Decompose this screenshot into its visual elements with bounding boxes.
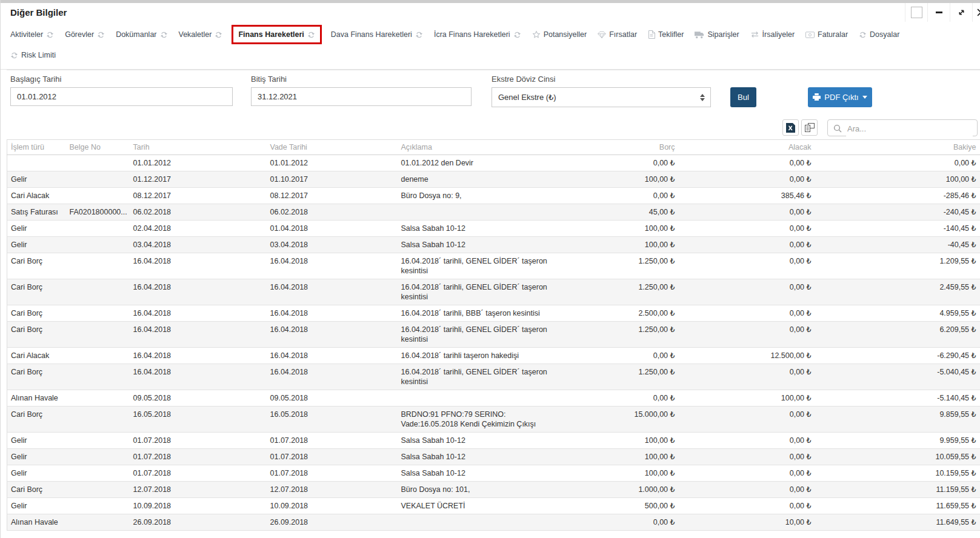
cell-doc	[66, 171, 130, 188]
filter-section: Başlagıç Tarihi Bitiş Tarihi Ekstre Dövi…	[7, 70, 980, 118]
tab-risk-limiti[interactable]: Risk Limiti	[10, 51, 56, 59]
table-row[interactable]: Cari Borç16.04.201816.04.201816.04.2018´…	[7, 322, 980, 348]
title-bar: Diğer Bilgiler	[1, 3, 980, 22]
table-row[interactable]: Gelir01.07.201801.07.2018Salsa Sabah 10-…	[7, 465, 980, 482]
tab-finans-hareketleri[interactable]: Finans Hareketleri	[232, 25, 321, 44]
cell-desc: 16.04.2018´ tarihli, GENEL GİDER´ taşero…	[398, 364, 604, 390]
cell-doc	[66, 449, 130, 465]
cell-credit: 0,00 ₺	[680, 221, 816, 237]
expand-icon	[957, 8, 966, 17]
bill-icon	[805, 32, 815, 38]
tab-dokümanlar[interactable]: Dokümanlar	[116, 30, 167, 39]
column-header-alacak: Alacak	[680, 140, 816, 155]
table-row[interactable]: Gelir01.07.201801.07.2018Salsa Sabah 10-…	[7, 449, 980, 465]
cell-date: 26.09.2018	[130, 514, 267, 531]
table-row[interactable]: Gelir03.04.201803.04.2018Salsa Sabah 10-…	[7, 237, 980, 253]
table-row[interactable]: Alınan Havale09.05.201809.05.20180,00 ₺1…	[7, 390, 980, 407]
cell-type: Cari Borç	[7, 407, 66, 433]
cell-type: Alınan Havale	[7, 390, 66, 407]
tab-potansiyeller[interactable]: Potansiyeller	[532, 30, 587, 39]
minimize-button[interactable]	[927, 3, 950, 22]
cell-desc: Salsa Sabah 10-12	[398, 449, 604, 465]
cell-debit: 1.000,00 ₺	[604, 482, 680, 498]
cell-doc: FA0201800000...	[66, 204, 130, 221]
cell-due: 16.04.2018	[267, 279, 398, 305]
search-input[interactable]	[846, 120, 973, 137]
cell-debit: 1.250,00 ₺	[604, 322, 680, 348]
cell-type: Cari Borç	[7, 279, 66, 305]
cell-credit: 0,00 ₺	[680, 407, 816, 433]
tab-aktiviteler[interactable]: Aktiviteler	[10, 30, 54, 39]
find-button[interactable]: Bul	[730, 87, 756, 107]
tab-dosyalar[interactable]: Dosyalar	[859, 30, 899, 39]
cell-date: 09.05.2018	[130, 390, 267, 407]
tab-görevler[interactable]: Görevler	[65, 30, 105, 39]
table-row[interactable]: Cari Borç16.04.201816.04.201816.04.2018´…	[7, 364, 980, 390]
currency-select[interactable]: Genel Ekstre (₺)	[492, 87, 711, 107]
cell-desc: deneme	[398, 171, 604, 188]
tab-faturalar[interactable]: Faturalar	[805, 30, 848, 39]
cell-debit: 0,00 ₺	[604, 348, 680, 364]
tab-fırsatlar[interactable]: Fırsatlar	[598, 30, 637, 39]
table-row[interactable]: Cari Borç12.07.201812.07.2018Büro Dosya …	[7, 482, 980, 498]
column-chooser-button[interactable]	[801, 119, 818, 136]
cell-debit: 0,00 ₺	[604, 155, 680, 171]
close-button[interactable]	[972, 3, 980, 22]
refresh-icon	[859, 31, 867, 39]
cell-desc: Salsa Sabah 10-12	[398, 237, 604, 253]
table-row[interactable]: Cari Borç16.04.201816.04.201816.04.2018´…	[7, 279, 980, 305]
table-row[interactable]: Gelir10.09.201810.09.2018VEKALET ÜCRETİ5…	[7, 498, 980, 514]
refresh-icon	[513, 31, 521, 39]
truck-icon	[695, 31, 704, 39]
cell-credit: 0,00 ₺	[680, 305, 816, 322]
start-date-label: Başlagıç Tarihi	[10, 75, 61, 84]
table-row[interactable]: Satış FaturasıFA0201800000...06.02.20180…	[7, 204, 980, 221]
cell-credit: 0,00 ₺	[680, 482, 816, 498]
cell-balance: 6.209,55 ₺	[816, 322, 980, 348]
cell-due: 01.07.2018	[267, 465, 398, 482]
table-row[interactable]: Gelir02.04.201801.04.2018Salsa Sabah 10-…	[7, 221, 980, 237]
table-row[interactable]: Cari Alacak16.04.201816.04.201816.04.201…	[7, 348, 980, 364]
cell-type: Cari Borç	[7, 322, 66, 348]
excel-export-button[interactable]	[782, 119, 799, 136]
cell-desc: Salsa Sabah 10-12	[398, 221, 604, 237]
cell-doc	[66, 482, 130, 498]
star-icon	[532, 30, 541, 39]
cell-date: 16.05.2018	[130, 407, 267, 433]
grid-header-row: İşlem türüBelge NoTarihVade TarihiAçıkla…	[7, 140, 980, 155]
table-row[interactable]: Alınan Havale26.09.201826.09.20180,00 ₺1…	[7, 514, 980, 531]
cell-balance: -240,45 ₺	[816, 204, 980, 221]
table-row[interactable]: Cari Borç16.04.201816.04.201816.04.2018´…	[7, 305, 980, 322]
start-date-input[interactable]	[10, 87, 233, 106]
expand-button[interactable]	[950, 3, 972, 22]
cell-doc	[66, 279, 130, 305]
table-row[interactable]: Cari Borç16.04.201816.04.201816.04.2018´…	[7, 253, 980, 279]
cell-doc	[66, 390, 130, 407]
tab-teklifler[interactable]: Teklifler	[648, 30, 684, 39]
tab-bar: AktivitelerGörevlerDokümanlarVekaletlerF…	[1, 22, 980, 70]
table-row[interactable]: Cari Borç16.05.201816.05.2018BRDNO:91 PF…	[7, 407, 980, 433]
tab-i̇rsaliyeler[interactable]: İrsaliyeler	[750, 30, 795, 39]
table-row[interactable]: Cari Alacak08.12.201708.12.2017Büro Dosy…	[7, 188, 980, 204]
currency-selected-value: Genel Ekstre (₺)	[498, 93, 556, 102]
tab-dava-finans-hareketleri[interactable]: Dava Finans Hareketleri	[331, 30, 423, 39]
table-row[interactable]: Gelir01.07.201801.07.2018Salsa Sabah 10-…	[7, 433, 980, 449]
column-header-açıklama: Açıklama	[398, 140, 604, 155]
refresh-icon	[10, 51, 18, 59]
cell-due: 16.04.2018	[267, 348, 398, 364]
cell-due: 01.10.2017	[267, 171, 398, 188]
restore-window-button[interactable]	[905, 3, 927, 22]
tab-siparişler[interactable]: Siparişler	[695, 30, 739, 39]
cell-credit: 0,00 ₺	[680, 279, 816, 305]
end-date-input[interactable]	[251, 87, 472, 106]
cell-date: 01.07.2018	[130, 433, 267, 449]
refresh-icon	[307, 31, 315, 39]
table-row[interactable]: 01.01.201201.01.201201.01.2012 den Devir…	[7, 155, 980, 171]
search-box	[827, 119, 978, 136]
cell-due: 01.07.2018	[267, 449, 398, 465]
column-header-tarih: Tarih	[130, 140, 267, 155]
tab-i̇cra-finans-hareketleri[interactable]: İcra Finans Hareketleri	[434, 30, 521, 39]
pdf-output-button[interactable]: PDF Çıktı	[808, 87, 872, 107]
tab-vekaletler[interactable]: Vekaletler	[179, 30, 223, 39]
table-row[interactable]: Gelir01.12.201701.10.2017deneme100,00 ₺0…	[7, 171, 980, 188]
